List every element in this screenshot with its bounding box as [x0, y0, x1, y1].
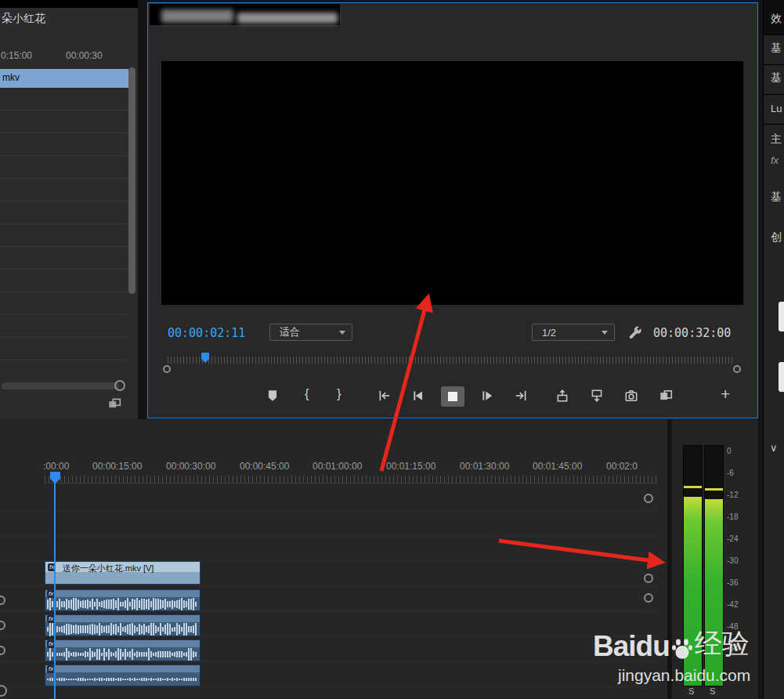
rail-item[interactable]: 基	[771, 71, 782, 85]
track-knob[interactable]	[0, 596, 5, 605]
rail-item[interactable]: 基	[771, 190, 782, 205]
left-panel-title: 朵小红花	[2, 12, 45, 26]
tl-ruler-label: 00:01:45:00	[533, 461, 582, 472]
watermark-suffix: 经验	[695, 625, 750, 662]
meter-scale-label: -42	[727, 600, 738, 609]
redacted-tab-text	[161, 9, 233, 23]
go-to-in-icon[interactable]	[378, 389, 392, 403]
solo-button-left[interactable]: S	[688, 686, 694, 696]
lane-separator	[0, 611, 658, 612]
video-clip[interactable]: fx 送你一朵小红花.mkv [V]	[45, 561, 201, 585]
rail-item[interactable]: 创	[771, 230, 782, 244]
horizontal-scrollbar[interactable]	[2, 382, 119, 389]
rail-item[interactable]: 基	[771, 42, 782, 56]
audio-waveform	[45, 672, 200, 686]
panel-top-strip	[0, 0, 138, 8]
divider	[764, 34, 784, 35]
stop-button[interactable]	[441, 386, 464, 407]
vertical-scrollbar[interactable]	[128, 67, 135, 294]
lane-separator	[0, 661, 658, 662]
audio-clip[interactable]: fx	[45, 614, 201, 636]
audio-waveform	[45, 622, 200, 636]
track-row	[0, 110, 128, 133]
rail-item[interactable]: 主	[771, 132, 782, 147]
divider	[764, 94, 784, 95]
preset-thumb[interactable]	[779, 302, 784, 331]
timeline-ruler-ticks[interactable]	[45, 476, 658, 484]
mark-out-icon[interactable]: }	[337, 386, 341, 402]
lane-separator	[0, 536, 658, 537]
rail-item[interactable]: Lu	[771, 103, 782, 114]
tl-ruler-label: 00:01:00:00	[313, 461, 362, 472]
left-ruler-label-mid: 00:00:30	[66, 50, 103, 61]
extract-icon[interactable]	[590, 389, 604, 403]
add-marker-icon[interactable]	[266, 389, 280, 403]
scrub-left-end[interactable]	[163, 365, 171, 373]
track-knob[interactable]	[0, 646, 5, 655]
video-preview	[161, 61, 743, 305]
program-monitor-panel: 00:00:02:11 适合 1/2 00:00:32:00 { }	[147, 2, 758, 418]
button-editor-plus-icon[interactable]: +	[721, 385, 730, 404]
playback-resolution-dropdown[interactable]: 1/2	[532, 324, 615, 341]
track-scroll-knob[interactable]	[644, 593, 653, 603]
audio-waveform	[45, 597, 200, 611]
left-ruler-label-start: 0:15:00	[1, 50, 32, 61]
mark-in-icon[interactable]: {	[305, 386, 309, 402]
tl-ruler-label: 00:02:0	[606, 461, 638, 472]
left-clip-label: mkv	[2, 72, 20, 83]
step-forward-icon[interactable]	[480, 389, 494, 403]
video-clip-label: 送你一朵小红花.mkv [V]	[63, 563, 154, 573]
track-row	[0, 315, 128, 338]
preset-thumb[interactable]	[779, 362, 784, 392]
rail-item-fx[interactable]: fx	[771, 154, 779, 166]
track-row	[0, 247, 128, 270]
comparison-view-icon[interactable]	[659, 389, 673, 403]
tl-ruler-label: 00:01:30:00	[460, 461, 509, 472]
track-row	[0, 338, 128, 360]
timeline-panel: :00:00 00:00:15:00 00:00:30:00 00:00:45:…	[0, 419, 667, 699]
divider	[764, 124, 784, 125]
step-back-icon[interactable]	[411, 389, 425, 403]
track-scroll-knob[interactable]	[644, 574, 653, 583]
monitor-scrub-ruler[interactable]	[168, 357, 733, 364]
duration-timecode: 00:00:32:00	[653, 326, 731, 340]
effect-controls-panel: 朵小红花 0:15:00 00:00:30 mkv	[0, 0, 138, 419]
current-timecode[interactable]: 00:00:02:11	[168, 326, 245, 340]
lane-separator	[0, 585, 658, 586]
paw-icon	[670, 636, 694, 660]
track-row	[0, 88, 128, 110]
rail-item[interactable]: 效	[771, 12, 782, 26]
rail-chevron[interactable]: ∨	[770, 442, 778, 454]
meter-scale-label: 0	[727, 447, 732, 455]
go-to-out-icon[interactable]	[514, 389, 528, 403]
track-knob[interactable]	[0, 621, 5, 630]
track-row	[0, 224, 128, 247]
solo-button-right[interactable]: S	[710, 686, 715, 696]
corner-scroll-knob[interactable]	[0, 685, 7, 697]
track-scroll-knob[interactable]	[644, 494, 653, 503]
audio-waveform	[45, 647, 200, 661]
watermark-domain: jingyan.baidu.com	[618, 666, 750, 685]
left-clip-bar[interactable]: mkv	[0, 69, 128, 88]
premiere-app: 朵小红花 0:15:00 00:00:30 mkv	[0, 0, 784, 699]
audio-clip[interactable]: fx	[45, 639, 201, 661]
audio-clip[interactable]: fx	[45, 589, 201, 611]
settings-wrench-icon[interactable]	[627, 324, 643, 340]
meter-scale-label: -24	[727, 534, 738, 543]
zoom-level-dropdown[interactable]: 适合	[269, 324, 352, 341]
track-row	[0, 201, 128, 224]
effects-rail: 效 基 基 Lu 主 fx 基 创 ∨	[763, 0, 784, 699]
export-frame-icon[interactable]	[624, 389, 638, 403]
peak-hold-line	[705, 488, 723, 491]
lift-icon[interactable]	[555, 389, 569, 403]
watermark: Baidu 经验 jingyan.baidu.com	[593, 625, 750, 685]
track-row	[0, 133, 128, 156]
audio-clip[interactable]: fx	[45, 665, 201, 686]
filmstrip-icon[interactable]	[107, 397, 121, 411]
timeline-playhead-line	[54, 482, 56, 699]
lane-separator	[0, 686, 658, 687]
scrub-right-end[interactable]	[733, 365, 741, 373]
hscroll-knob[interactable]	[114, 380, 125, 391]
track-row	[0, 179, 128, 201]
meter-scale-label: -36	[727, 578, 738, 587]
